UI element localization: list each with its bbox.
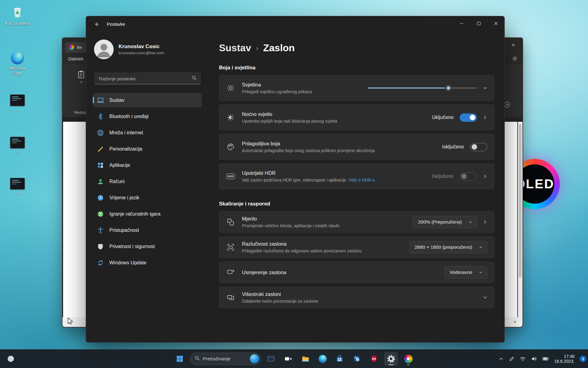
sidebar-item-gaming[interactable]: Igranje računalnih igara — [93, 207, 202, 221]
search-input[interactable] — [98, 76, 192, 81]
card-title: Višestruki zasloni — [242, 291, 476, 297]
chevron-right-icon[interactable] — [483, 115, 487, 120]
setting-card-night-light[interactable]: Noćno svjetlo Upotreba toplijih boja rad… — [219, 105, 494, 130]
section-title-scale-layout: Skaliranje i raspored — [219, 201, 494, 207]
scrollbar[interactable] — [518, 122, 522, 317]
setting-card-hdr[interactable]: HDR Upotrijebi HDR Vaš zaslon podržava H… — [219, 163, 494, 189]
paint-file-menu[interactable]: Datotek — [68, 56, 84, 61]
chat-icon[interactable] — [281, 352, 295, 366]
sidebar-item-label: Personalizacija — [109, 146, 142, 152]
hdr-more-link[interactable]: Više o HDR-u — [349, 178, 375, 182]
minimize-button[interactable] — [453, 16, 470, 30]
pen-icon[interactable] — [509, 356, 514, 362]
close-button[interactable] — [487, 16, 504, 30]
desktop-icon-edge[interactable]: Microsoft Edge — [4, 52, 31, 76]
chevron-right-icon[interactable] — [483, 174, 487, 178]
desktop-icon-recycle-bin[interactable]: Koš za smeće — [4, 5, 31, 26]
screenshot-thumbnail-icon — [10, 94, 25, 106]
wifi-icon[interactable] — [520, 356, 526, 362]
paint-tab-title: Be — [77, 45, 82, 50]
brightness-slider-fill[interactable] — [368, 87, 448, 89]
card-subtitle: Upotreba toplijih boja radi blokiranja p… — [242, 119, 425, 124]
settings-search[interactable] — [94, 73, 201, 84]
task-view-icon[interactable] — [264, 352, 278, 366]
chevron-down-icon — [479, 270, 483, 274]
sidebar-item-bluetooth[interactable]: Bluetooth i uređaji — [93, 109, 202, 124]
sidebar-item-accounts[interactable]: Računi — [93, 174, 202, 189]
resolution-dropdown[interactable]: 2880 × 1800 (preporučeno) — [409, 241, 487, 253]
clipboard-icon — [77, 70, 86, 79]
desktop-icon-file-1[interactable]: 1 — [4, 94, 31, 113]
taskbar: 17:46 18.6.2023. 3 — [0, 349, 588, 368]
clock-time: 17:46 — [564, 354, 575, 358]
file-explorer-icon[interactable] — [298, 352, 312, 366]
screenshot-thumbnail-icon — [10, 178, 25, 190]
toggle-status-label: Isključeno — [432, 174, 454, 179]
taskbar-search-input[interactable] — [203, 356, 247, 362]
multiple-displays-icon — [226, 293, 235, 301]
card-subtitle: Prilagodite razlučivost da odgovara vaše… — [242, 248, 403, 253]
sidebar-item-accessibility[interactable]: Pristupačnost — [93, 223, 202, 237]
scale-dropdown[interactable]: 200% (Preporučeno) — [413, 216, 477, 228]
hdr-toggle[interactable] — [460, 172, 477, 181]
user-name: Krunoslav Cosic — [119, 44, 164, 50]
taskbar-search[interactable] — [190, 353, 261, 365]
volume-icon[interactable] — [531, 356, 537, 362]
paint-icon[interactable] — [401, 352, 415, 366]
sidebar-item-label: Računi — [109, 179, 125, 184]
orientation-dropdown[interactable]: Vodoravno — [444, 266, 487, 278]
settings-main: Sustav › Zaslon Boja i svjetlina Svjetli… — [209, 32, 504, 342]
sidebar-item-sustav[interactable]: Sustav — [93, 93, 202, 107]
setting-card-scale[interactable]: Mjerilo Promijenite veličinu teksta, apl… — [219, 211, 494, 233]
user-profile[interactable]: Krunoslav Cosic krunoslav.cosic@live.com — [94, 40, 209, 59]
close-icon[interactable]: × — [507, 40, 520, 50]
hdr-badge-icon: HDR — [226, 174, 235, 179]
battery-icon[interactable] — [542, 356, 549, 362]
settings-window: Postavke — [86, 16, 505, 343]
sidebar-item-windows-update[interactable]: Windows Update — [93, 255, 202, 270]
setting-card-adaptive-color[interactable]: Prilagodljiva boja Automatski prilagodit… — [219, 134, 494, 160]
adaptive-color-toggle[interactable] — [470, 143, 487, 151]
resolution-icon — [226, 243, 235, 251]
edge-icon[interactable] — [315, 352, 330, 366]
sidebar-item-privacy[interactable]: Privatnost i sigurnost — [93, 239, 202, 254]
scrollbar-thumb[interactable] — [519, 124, 522, 278]
desktop-icon-file-3[interactable]: 3 — [4, 178, 31, 196]
card-subtitle: Vaš zaslon podržava HDR igre, videozapis… — [242, 178, 346, 182]
zoom-in-button[interactable]: + — [511, 319, 518, 325]
night-light-toggle[interactable] — [460, 113, 477, 122]
notification-count-badge[interactable]: 3 — [580, 356, 586, 362]
add-icon[interactable] — [504, 101, 511, 109]
start-button[interactable] — [173, 352, 187, 366]
sidebar-item-time-language[interactable]: Vrijeme i jezik — [93, 190, 202, 205]
setting-card-orientation[interactable]: Usmjerenje zaslona Vodoravno — [219, 262, 494, 283]
sidebar-item-personalization[interactable]: Personalizacija — [93, 142, 202, 156]
settings-sidebar: Krunoslav Cosic krunoslav.cosic@live.com… — [86, 32, 209, 342]
brightness-slider[interactable] — [368, 84, 477, 92]
setting-card-multiple-displays[interactable]: Višestruki zasloni Odaberite način preze… — [219, 287, 494, 308]
chevron-right-icon[interactable] — [483, 220, 487, 224]
setting-card-brightness[interactable]: Svjetlina Prilagodi svjetlinu ugrađenog … — [219, 75, 494, 101]
gear-icon[interactable] — [512, 56, 518, 63]
back-button[interactable] — [90, 19, 104, 30]
toggle-status-label: Isključeno — [442, 144, 464, 150]
setting-card-resolution[interactable]: Razlučivost zaslona Prilagodite razlučiv… — [219, 236, 494, 258]
chevron-down-icon[interactable] — [483, 295, 487, 300]
chevron-down-icon[interactable] — [483, 86, 487, 90]
sidebar-item-network[interactable]: Mreža i internet — [93, 125, 202, 140]
desktop-icon-file-2[interactable]: 2 — [4, 137, 31, 155]
breadcrumb-parent[interactable]: Sustav — [219, 42, 251, 54]
settings-gear-icon[interactable] — [384, 352, 398, 366]
widgets-weather-icon[interactable] — [4, 352, 18, 366]
maximize-button[interactable] — [470, 16, 487, 30]
settings-titlebar[interactable]: Postavke — [86, 16, 504, 32]
photos-icon[interactable] — [350, 352, 364, 366]
sidebar-item-apps[interactable]: Aplikacije — [93, 158, 202, 172]
mcafee-icon[interactable] — [367, 352, 381, 366]
screenshot-thumbnail-icon — [10, 137, 25, 148]
paste-button[interactable] — [77, 70, 86, 83]
taskbar-clock[interactable]: 17:46 18.6.2023. — [554, 354, 575, 363]
store-icon[interactable] — [333, 352, 347, 366]
card-title: Mjerilo — [242, 216, 406, 222]
hidden-icons-chevron-up-icon[interactable] — [498, 356, 504, 362]
